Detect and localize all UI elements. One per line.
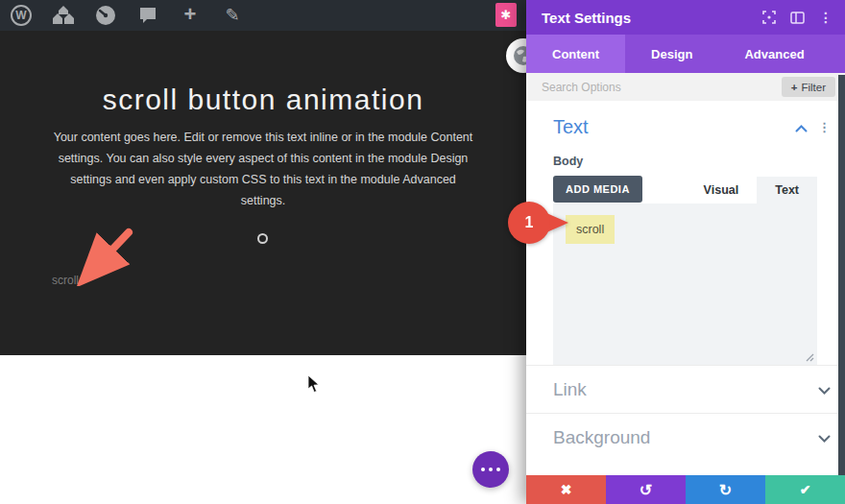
- panel-header: Text Settings ⋮: [526, 0, 845, 35]
- dot: [496, 468, 500, 471]
- discard-button[interactable]: ✖: [526, 475, 606, 504]
- dot: [481, 468, 485, 471]
- step-annotation-pin: 1: [508, 202, 569, 244]
- chevron-down-icon: [818, 381, 831, 398]
- background-section-header[interactable]: Background: [526, 413, 845, 461]
- pencil-glyph: ✎: [225, 7, 239, 24]
- divi-builder-icon[interactable]: ✱: [495, 3, 517, 27]
- page-canvas-dark-section: scroll button animation Your content goe…: [0, 31, 526, 355]
- search-options-bar: + Filter: [526, 73, 845, 101]
- body-text-editor[interactable]: scroll: [553, 204, 817, 365]
- text-settings-panel: Text Settings ⋮ Content Design Advanced: [526, 0, 845, 504]
- gauge-glyph: [95, 5, 116, 26]
- filter-label: Filter: [801, 82, 826, 93]
- panel-layout-icon[interactable]: [790, 12, 805, 24]
- add-media-button[interactable]: ADD MEDIA: [553, 176, 642, 203]
- comment-bubble-glyph: [138, 6, 157, 25]
- editor-mode-tabs: Visual Text: [686, 177, 817, 204]
- plus-icon: +: [791, 82, 798, 93]
- step-number: 1: [508, 202, 550, 244]
- filter-button[interactable]: + Filter: [782, 77, 835, 97]
- redo-button[interactable]: ↻: [686, 475, 765, 504]
- text-section-header[interactable]: Text ⋮: [526, 101, 845, 138]
- my-sites-icon[interactable]: [52, 4, 75, 27]
- comments-icon[interactable]: [136, 4, 159, 27]
- chevron-down-icon: [818, 429, 831, 446]
- panel-scrollbar[interactable]: [838, 75, 845, 475]
- undo-button[interactable]: ↺: [606, 475, 686, 504]
- chevron-up-icon[interactable]: [795, 119, 808, 136]
- section-menu-dots-icon[interactable]: ⋮: [818, 120, 831, 134]
- settings-tab-bar: Content Design Advanced: [526, 35, 845, 73]
- editor-tab-text[interactable]: Text: [757, 177, 817, 204]
- mouse-cursor: [307, 374, 321, 394]
- search-options-input[interactable]: [542, 81, 782, 94]
- link-section-title: Link: [553, 379, 818, 400]
- new-content-icon[interactable]: +: [179, 4, 202, 27]
- body-paragraph: Your content goes here. Edit or remove t…: [53, 128, 473, 212]
- panel-title: Text Settings: [542, 10, 748, 26]
- dashboard-gauge-icon[interactable]: [94, 4, 117, 27]
- page-settings-button[interactable]: [472, 451, 509, 488]
- asterisk-glyph: ✱: [501, 8, 512, 22]
- tab-advanced[interactable]: Advanced: [718, 35, 830, 73]
- edit-page-icon[interactable]: ✎: [221, 4, 244, 27]
- tab-design[interactable]: Design: [625, 35, 718, 73]
- text-section-title: Text: [553, 116, 795, 138]
- background-section-title: Background: [553, 427, 818, 448]
- expand-view-icon[interactable]: [762, 11, 776, 24]
- plus-glyph: +: [184, 4, 197, 25]
- red-arrow-annotation: [67, 219, 144, 286]
- editor-tab-visual[interactable]: Visual: [686, 177, 758, 204]
- divi-builder-screen: W + ✎ ✱: [0, 0, 845, 504]
- panel-menu-dots-icon[interactable]: ⋮: [819, 10, 833, 25]
- save-button[interactable]: ✔: [765, 475, 845, 504]
- houses-glyph: [52, 5, 75, 26]
- panel-body: Text ⋮ Body ADD MEDIA Visual Text scroll: [526, 101, 845, 475]
- editor-content-highlighted[interactable]: scroll: [566, 215, 615, 244]
- circle-marker: [257, 233, 268, 244]
- body-field-label: Body: [526, 138, 845, 176]
- tab-content[interactable]: Content: [526, 35, 625, 73]
- wordpress-logo-letter: W: [11, 5, 32, 26]
- dot: [489, 468, 493, 471]
- resize-handle-icon[interactable]: [805, 352, 814, 362]
- page-title: scroll button animation: [0, 84, 526, 116]
- wp-admin-bar: W + ✎: [0, 0, 526, 31]
- link-section-header[interactable]: Link: [526, 365, 845, 413]
- panel-action-bar: ✖ ↺ ↻ ✔: [526, 475, 845, 504]
- editor-controls: ADD MEDIA Visual Text: [553, 176, 817, 204]
- wordpress-logo-icon[interactable]: W: [10, 4, 33, 27]
